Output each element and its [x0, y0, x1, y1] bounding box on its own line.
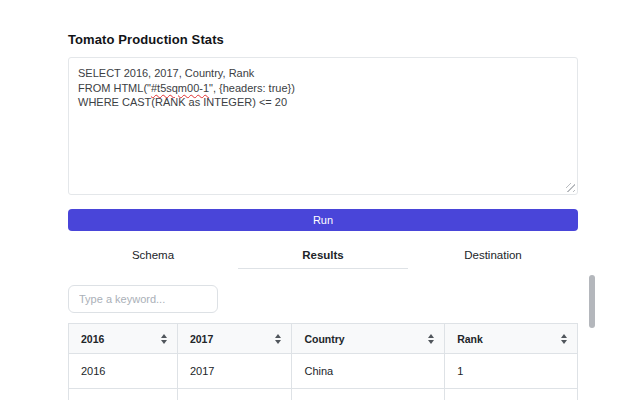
sort-icon[interactable]	[428, 334, 434, 344]
sort-icon[interactable]	[275, 334, 281, 344]
spellcheck-flagged-token: #t5sqm00-1	[151, 82, 209, 94]
tab-bar: Schema Results Destination	[68, 245, 578, 269]
cell-2017: 2017	[177, 354, 292, 389]
keyword-filter-input[interactable]	[68, 285, 218, 313]
column-header-country[interactable]: Country	[292, 324, 445, 354]
results-table: 2016 2017 Country Rank	[68, 323, 578, 400]
query-textarea[interactable]: SELECT 2016, 2017, Country, Rank FROM HT…	[68, 57, 578, 195]
query-line-3: WHERE CAST(RANK as INTEGER) <= 20	[78, 95, 568, 110]
query-line-2: FROM HTML("#t5sqm00-1", {headers: true})	[78, 81, 568, 96]
cell-2017: 2017	[177, 389, 292, 400]
column-header-2017[interactable]: 2017	[177, 324, 292, 354]
column-header-2016[interactable]: 2016	[69, 324, 178, 354]
extension-popup: Tomato Production Stats SELECT 2016, 201…	[0, 0, 640, 400]
cell-country: India	[292, 389, 445, 400]
vertical-scrollbar-thumb[interactable]	[589, 275, 595, 328]
cell-country: China	[292, 354, 445, 389]
tab-destination[interactable]: Destination	[408, 245, 578, 269]
cell-rank: 1	[445, 354, 578, 389]
table-row: 2016 2017 India 2	[69, 389, 578, 400]
page-title: Tomato Production Stats	[68, 32, 578, 47]
cell-2016: 2016	[69, 389, 178, 400]
sort-icon[interactable]	[561, 334, 567, 344]
cell-2016: 2016	[69, 354, 178, 389]
column-header-rank[interactable]: Rank	[445, 324, 578, 354]
query-line-1: SELECT 2016, 2017, Country, Rank	[78, 66, 568, 81]
main-content: Tomato Production Stats SELECT 2016, 201…	[68, 0, 578, 400]
textarea-resize-handle-icon[interactable]	[566, 183, 575, 192]
table-header-row: 2016 2017 Country Rank	[69, 324, 578, 354]
run-button[interactable]: Run	[68, 209, 578, 231]
cell-rank: 2	[445, 389, 578, 400]
tab-schema[interactable]: Schema	[68, 245, 238, 269]
sort-icon[interactable]	[161, 334, 167, 344]
tab-results[interactable]: Results	[238, 245, 408, 269]
table-row: 2016 2017 China 1	[69, 354, 578, 389]
